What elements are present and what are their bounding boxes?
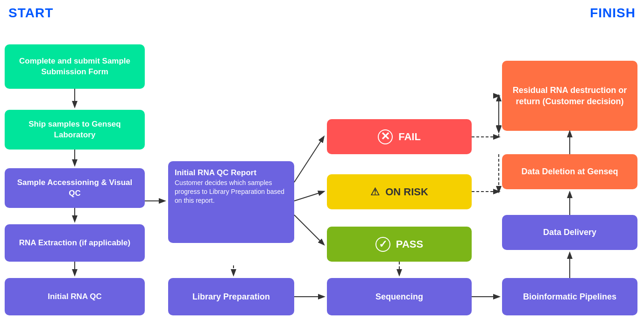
arrow-report-to-fail [294, 137, 324, 182]
rna-qc-report-box: Initial RNA QC Report Customer decides w… [168, 161, 294, 243]
sequencing-box: Sequencing [327, 278, 472, 315]
data-deletion-box: Data Deletion at Genseq [502, 154, 637, 189]
finish-label: FINISH [590, 6, 636, 21]
fail-box: ✕ FAIL [327, 119, 472, 154]
fail-icon: ✕ [378, 129, 393, 144]
bioinformatic-pipelines-box: Bioinformatic Pipelines [502, 278, 637, 315]
ship-samples-box: Ship samples to Genseq Laboratory [5, 110, 145, 150]
pass-icon: ✓ [375, 237, 390, 252]
submit-form-box: Complete and submit Sample Submission Fo… [5, 44, 145, 89]
arrow-report-to-on-risk [294, 192, 324, 201]
data-delivery-box: Data Delivery [502, 215, 637, 250]
start-label: START [8, 6, 53, 21]
pass-box: ✓ PASS [327, 227, 472, 262]
library-preparation-box: Library Preparation [168, 278, 294, 315]
residual-rna-box: Residual RNA destruction or return (Cust… [502, 61, 637, 131]
rna-extraction-box: RNA Extraction (if applicable) [5, 224, 145, 262]
on-risk-box: ⚠ ON RISK [327, 174, 472, 209]
on-risk-icon: ⚠ [370, 185, 380, 199]
initial-rna-qc-box: Initial RNA QC [5, 278, 145, 315]
diagram-container: START FINISH Complete and submit Sample … [0, 0, 644, 328]
arrow-report-to-pass [294, 215, 324, 244]
sample-accessioning-box: Sample Accessioning & Visual QC [5, 168, 145, 208]
